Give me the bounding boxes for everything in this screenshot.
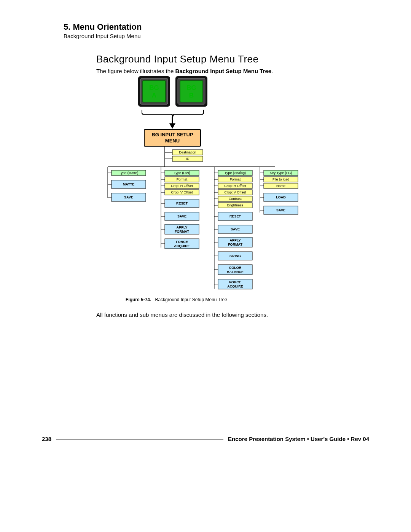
bg-a-button: BG A	[138, 76, 170, 107]
dvi-y0: Format	[177, 177, 188, 181]
root-l1: BG INPUT SETUP	[151, 132, 193, 137]
dvi-b2a: APPLY	[176, 225, 187, 229]
intro-bold: Background Input Setup Menu Tree	[175, 68, 272, 74]
an-b1: SAVE	[231, 227, 240, 231]
col-analog: Type (Analog) Format Crop: H Offset Crop…	[214, 170, 252, 289]
dvi-b3a: FORCE	[176, 240, 188, 244]
dvi-b2b: FORMAT	[175, 230, 189, 233]
menu-tree-diagram: BG A BG B BG INPUT SETUP MENU	[96, 76, 309, 301]
key-green: Key Type (FG)	[270, 171, 292, 175]
intro-text: The figure below illustrates the Backgro…	[96, 68, 273, 74]
matte-blue-save: SAVE	[124, 195, 133, 199]
dvi-green: Type (DVI)	[174, 171, 190, 175]
bg-b-l1: BG	[186, 84, 196, 91]
root-l2: MENU	[165, 138, 180, 144]
dvi-b1: SAVE	[177, 214, 186, 218]
an-b0: RESET	[229, 214, 241, 218]
an-b2b: FORMAT	[228, 243, 242, 246]
col-dvi: Type (DVI) Format Crop: H Offset Crop: V…	[161, 170, 199, 249]
an-y3: Contrast	[229, 197, 242, 201]
matte-green: Type (Matte)	[119, 171, 139, 175]
dvi-y2: Crop: V Offset	[171, 190, 193, 194]
an-b2a: APPLY	[229, 238, 241, 242]
txt-destination: Destination	[179, 150, 196, 154]
dvi-y1: Crop: H Offset	[171, 184, 193, 188]
txt-id: ID	[186, 157, 190, 161]
bg-b-button: BG B	[175, 76, 207, 107]
footer-doc: Encore Presentation System • User's Guid…	[228, 436, 369, 442]
intro-pre: The figure below illustrates the	[96, 68, 175, 74]
key-y0: File to load	[272, 177, 289, 181]
section-subtitle: Background Input Setup Menu	[64, 33, 141, 39]
page-footer: 238 Encore Presentation System • User's …	[42, 436, 369, 442]
intro-post: .	[271, 68, 273, 74]
an-y4: Brightness	[227, 203, 244, 207]
key-b0: LOAD	[276, 195, 286, 199]
col-matte: Type (Matte) MATTE SAVE	[108, 170, 146, 201]
bg-b-l2: B	[189, 92, 194, 99]
analog-green: Type (Analog)	[225, 171, 246, 175]
dvi-b3b: ACQUIRE	[174, 244, 190, 248]
bg-a-l2: A	[152, 92, 156, 99]
section-heading: 5. Menu Orientation	[64, 22, 142, 32]
page-number: 238	[42, 436, 51, 442]
page-title: Background Input Setup Menu Tree	[96, 53, 259, 65]
an-y0: Format	[230, 177, 241, 181]
outro-text: All functions and sub menus are discusse…	[96, 312, 268, 318]
an-y2: Crop: V Offset	[225, 190, 246, 194]
figure-text: Background Input Setup Menu Tree	[155, 297, 227, 302]
svg-marker-7	[169, 123, 175, 129]
an-b4a: COLOR	[229, 266, 242, 270]
figure-caption: Figure 5-74. Background Input Setup Menu…	[126, 297, 227, 302]
matte-blue-matte: MATTE	[123, 182, 134, 186]
an-y1: Crop: H Offset	[224, 184, 246, 188]
figure-number: Figure 5-74.	[126, 297, 151, 302]
an-b5b: ACQUIRE	[227, 284, 243, 288]
an-b5a: FORCE	[229, 280, 241, 284]
bg-a-l1: BG	[149, 84, 159, 91]
dvi-b0: RESET	[176, 201, 188, 205]
key-b1: SAVE	[276, 208, 285, 212]
footer-rule	[56, 439, 223, 439]
col-key: Key Type (FG) File to load Name LOAD SAV…	[260, 170, 298, 214]
key-y1: Name	[276, 184, 285, 188]
an-b3: SIZING	[229, 254, 241, 258]
an-b4b: BALANCE	[227, 270, 244, 274]
